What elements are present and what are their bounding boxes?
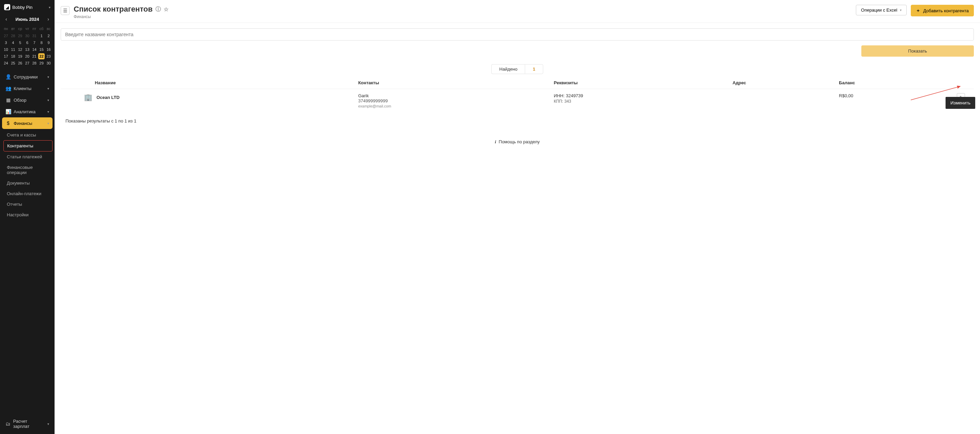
excel-ops-button[interactable]: Операции с Excel ▾ bbox=[856, 5, 907, 15]
cal-day[interactable]: 23 bbox=[45, 53, 52, 59]
cal-day[interactable]: 6 bbox=[24, 40, 31, 46]
cal-day[interactable]: 10 bbox=[3, 46, 9, 53]
cal-day[interactable]: 26 bbox=[17, 60, 24, 66]
cal-day[interactable]: 13 bbox=[24, 46, 31, 53]
add-counterparty-label: Добавить контрагента bbox=[923, 8, 969, 13]
cal-day[interactable]: 3 bbox=[3, 40, 9, 46]
cal-day[interactable]: 28 bbox=[31, 60, 38, 66]
cell-address bbox=[728, 89, 834, 113]
cal-day[interactable]: 14 bbox=[31, 46, 38, 53]
cal-day[interactable]: 22 bbox=[38, 53, 45, 59]
cal-day[interactable]: 5 bbox=[17, 40, 24, 46]
cal-day[interactable]: 25 bbox=[10, 60, 16, 66]
chevron-down-icon: ▾ bbox=[48, 110, 49, 113]
cal-day[interactable]: 12 bbox=[17, 46, 24, 53]
cell-contact-phone: 374999999999 bbox=[358, 98, 544, 104]
cal-day[interactable]: 30 bbox=[24, 33, 31, 39]
cell-inn: ИНН: 3249739 bbox=[554, 93, 723, 98]
cal-day[interactable]: 27 bbox=[3, 33, 9, 39]
cal-dow: пн bbox=[3, 25, 9, 32]
col-header: Контакты bbox=[353, 77, 549, 89]
nav-label: Расчет зарплат bbox=[13, 419, 42, 429]
breadcrumb: Финансы bbox=[74, 14, 169, 19]
nav-sub-item[interactable]: Настройки bbox=[3, 209, 52, 220]
cal-day[interactable]: 9 bbox=[45, 40, 52, 46]
brand-name: Bobby Pin bbox=[12, 5, 32, 10]
cal-day[interactable]: 28 bbox=[10, 33, 16, 39]
cal-day[interactable]: 29 bbox=[17, 33, 24, 39]
cal-day[interactable]: 1 bbox=[38, 33, 45, 39]
found-label: Найдено bbox=[492, 64, 525, 74]
nav-label: Финансы bbox=[14, 121, 32, 126]
cal-day[interactable]: 8 bbox=[38, 40, 45, 46]
building-icon: 🏢 bbox=[84, 93, 92, 101]
brand-logo-icon: ◢ bbox=[4, 4, 10, 10]
chevron-down-icon: ▾ bbox=[48, 87, 49, 91]
search-input[interactable] bbox=[61, 28, 974, 41]
cal-day[interactable]: 16 bbox=[45, 46, 52, 53]
cal-day[interactable]: 2 bbox=[45, 33, 52, 39]
cal-day[interactable]: 17 bbox=[3, 53, 9, 59]
tooltip-edit: Изменить bbox=[945, 97, 975, 109]
nav-icon: 👤 bbox=[5, 74, 11, 80]
nav-sub-item[interactable]: Онлайн-платежи bbox=[3, 188, 52, 199]
toggle-sidebar-button[interactable]: ☰ bbox=[61, 6, 70, 15]
nav-label: Сотрудники bbox=[14, 74, 38, 80]
cal-prev-button[interactable]: ‹ bbox=[4, 16, 8, 22]
chevron-down-icon: ▾ bbox=[48, 121, 49, 125]
show-button[interactable]: Показать bbox=[861, 45, 974, 57]
nav-sub-item[interactable]: Отчеты bbox=[3, 199, 52, 209]
nav-item-3[interactable]: 📊Аналитика▾ bbox=[2, 106, 52, 117]
cal-day[interactable]: 7 bbox=[31, 40, 38, 46]
nav-sub-item[interactable]: Счета и кассы bbox=[3, 130, 52, 140]
favorite-icon[interactable]: ☆ bbox=[164, 6, 169, 13]
cal-day[interactable]: 4 bbox=[10, 40, 16, 46]
cal-day[interactable]: 29 bbox=[38, 60, 45, 66]
nav-item-payroll[interactable]: 🗂Расчет зарплат▾ bbox=[2, 416, 52, 432]
cell-name: Ocean LTD bbox=[97, 95, 120, 100]
cal-day[interactable]: 20 bbox=[24, 53, 31, 59]
nav-icon: ▦ bbox=[5, 97, 11, 103]
excel-ops-label: Операции с Excel bbox=[861, 8, 897, 13]
cal-dow: вт bbox=[10, 25, 16, 32]
add-counterparty-button[interactable]: ＋ Добавить контрагента bbox=[911, 5, 974, 16]
nav-icon: 👥 bbox=[5, 86, 11, 91]
cal-day[interactable]: 19 bbox=[17, 53, 24, 59]
cal-dow: чт bbox=[24, 25, 31, 32]
nav-sub-item[interactable]: Статьи платежей bbox=[3, 152, 52, 162]
cal-day[interactable]: 15 bbox=[38, 46, 45, 53]
cal-day[interactable]: 21 bbox=[31, 53, 38, 59]
nav-item-4[interactable]: $Финансы▾ bbox=[2, 117, 52, 129]
calendar-grid: пнвтсрчтптсбвс27282930311234567891011121… bbox=[2, 25, 52, 70]
table-row[interactable]: 🏢 Ocean LTD Garik 374999999999 example@m… bbox=[61, 89, 974, 113]
cal-day[interactable]: 24 bbox=[3, 60, 9, 66]
cal-dow: вс bbox=[45, 25, 52, 32]
nav-icon: $ bbox=[5, 120, 11, 126]
cal-day[interactable]: 27 bbox=[24, 60, 31, 66]
cell-balance: R$0,00 bbox=[834, 89, 952, 113]
cal-next-button[interactable]: › bbox=[46, 16, 51, 22]
chevron-down-icon: ▾ bbox=[900, 8, 902, 12]
plus-icon: ＋ bbox=[916, 8, 920, 14]
cal-day[interactable]: 18 bbox=[10, 53, 16, 59]
nav-item-1[interactable]: 👥Клиенты▾ bbox=[2, 83, 52, 94]
cal-dow: ср bbox=[17, 25, 24, 32]
chevron-down-icon: ▾ bbox=[49, 5, 51, 9]
brand-switcher[interactable]: ◢ Bobby Pin ▾ bbox=[2, 2, 52, 12]
nav-icon: 🗂 bbox=[5, 421, 11, 426]
nav-item-2[interactable]: ▦Обзор▾ bbox=[2, 94, 52, 106]
cal-day[interactable]: 11 bbox=[10, 46, 16, 53]
nav-label: Аналитика bbox=[14, 109, 35, 114]
cal-day[interactable]: 31 bbox=[31, 33, 38, 39]
info-icon[interactable]: ⓘ bbox=[156, 6, 161, 13]
nav-sub-item[interactable]: Документы bbox=[3, 178, 52, 188]
nav-sub-item[interactable]: Контрагенты bbox=[3, 140, 52, 152]
nav-item-0[interactable]: 👤Сотрудники▾ bbox=[2, 71, 52, 83]
col-header: Баланс bbox=[834, 77, 952, 89]
cal-day[interactable]: 30 bbox=[45, 60, 52, 66]
help-link[interactable]: Помощь по разделу bbox=[499, 139, 540, 144]
nav-sub-item[interactable]: Финансовые операции bbox=[3, 162, 52, 178]
chevron-down-icon: ▾ bbox=[48, 98, 49, 102]
cell-contact-name: Garik bbox=[358, 93, 544, 98]
col-header: Реквизиты bbox=[549, 77, 728, 89]
